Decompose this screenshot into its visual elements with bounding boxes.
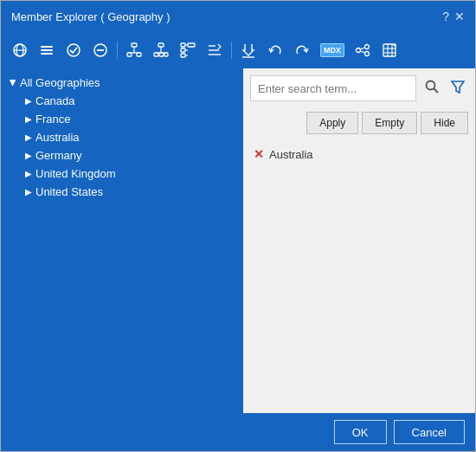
svg-point-32 — [357, 48, 361, 53]
tree-item-germany[interactable]: ▶ Germany — [1, 146, 243, 165]
canada-arrow-icon: ▶ — [25, 96, 32, 106]
tree-item-label-france: France — [35, 113, 70, 126]
svg-point-6 — [68, 44, 80, 56]
hide-button[interactable]: Hide — [421, 112, 468, 134]
undo-icon — [267, 42, 283, 58]
member-explorer-window: Member Explorer ( Geography ) ? ✕ — [0, 0, 476, 452]
toolbar-sep2 — [231, 42, 232, 59]
svg-rect-9 — [132, 43, 137, 47]
hierarchy3-toolbar-btn[interactable] — [176, 38, 200, 62]
title-bar-icons: ? ✕ — [442, 10, 465, 23]
search-magnifier-icon — [424, 79, 440, 94]
tree-item-france[interactable]: ▶ France — [1, 110, 243, 128]
svg-line-45 — [434, 89, 439, 94]
svg-rect-22 — [181, 48, 185, 52]
undo-toolbar-btn[interactable] — [263, 38, 287, 62]
svg-rect-3 — [41, 46, 53, 48]
right-panel: Apply Empty Hide ✕ Australia — [243, 68, 475, 413]
germany-arrow-icon: ▶ — [25, 151, 32, 160]
download-icon — [241, 42, 256, 58]
remove-filter-icon[interactable]: ✕ — [254, 147, 264, 161]
check-toolbar-icon — [66, 42, 81, 58]
search-bar — [243, 68, 475, 108]
filter-result-label: Australia — [269, 148, 313, 161]
filter-result-item: ✕ Australia — [250, 145, 468, 164]
mdx-badge: MDX — [320, 43, 344, 57]
svg-rect-4 — [41, 49, 53, 51]
exclude-toolbar-btn[interactable] — [88, 38, 113, 62]
svg-rect-5 — [41, 53, 53, 55]
exclude-toolbar-icon — [93, 42, 108, 58]
filter-results: ✕ Australia — [243, 138, 475, 413]
svg-marker-46 — [452, 81, 464, 93]
main-content: ▶ All Geographies ▶ Canada ▶ France ▶ Au… — [1, 68, 475, 413]
hierarchy2-icon — [153, 42, 169, 58]
search-button[interactable] — [421, 76, 442, 100]
svg-point-34 — [365, 52, 370, 56]
help-icon[interactable]: ? — [442, 10, 449, 23]
tree-item-label-canada: Canada — [35, 94, 75, 107]
tree-item-label-uk: United Kingdom — [35, 167, 116, 180]
australia-arrow-icon: ▶ — [25, 132, 32, 142]
ok-button[interactable]: OK — [334, 420, 387, 444]
sort-toolbar-btn[interactable] — [203, 38, 227, 62]
sort-icon — [207, 42, 222, 58]
hierarchy2-toolbar-btn[interactable] — [149, 38, 173, 62]
france-arrow-icon: ▶ — [25, 114, 32, 124]
tree-item-us[interactable]: ▶ United States — [1, 183, 243, 201]
list-toolbar-btn[interactable] — [35, 38, 59, 62]
window-title: Member Explorer ( Geography ) — [11, 10, 170, 23]
redo-toolbar-btn[interactable] — [290, 38, 314, 62]
tree-item-label-australia: Australia — [35, 131, 80, 144]
svg-point-33 — [365, 45, 370, 49]
tree-item-uk[interactable]: ▶ United Kingdom — [1, 165, 243, 183]
tree-root-item[interactable]: ▶ All Geographies — [1, 74, 243, 92]
footer: OK Cancel — [1, 413, 475, 451]
list-toolbar-icon — [39, 42, 55, 58]
filter-funnel-icon — [450, 79, 466, 94]
cancel-button[interactable]: Cancel — [394, 420, 465, 444]
mdx-toolbar-btn[interactable]: MDX — [317, 38, 348, 62]
search-input[interactable] — [250, 75, 416, 101]
check-toolbar-btn[interactable] — [61, 38, 86, 62]
redo-icon — [294, 42, 310, 58]
grid-icon — [382, 42, 397, 58]
close-icon[interactable]: ✕ — [454, 10, 465, 23]
svg-rect-21 — [181, 43, 185, 47]
root-arrow-icon: ▶ — [9, 80, 18, 87]
hierarchy3-icon — [180, 42, 196, 58]
empty-button[interactable]: Empty — [362, 112, 417, 134]
hierarchy1-toolbar-btn[interactable] — [122, 38, 146, 62]
svg-rect-24 — [188, 43, 195, 47]
tree-item-australia[interactable]: ▶ Australia — [1, 128, 243, 146]
circle-toolbar-icon — [12, 42, 28, 58]
tree-item-label-germany: Germany — [35, 149, 81, 162]
svg-rect-14 — [158, 43, 164, 47]
toolbar: MDX — [1, 32, 475, 68]
connection-toolbar-btn[interactable] — [351, 38, 375, 62]
svg-rect-37 — [383, 44, 396, 56]
tree-root-label: All Geographies — [20, 76, 100, 89]
svg-rect-23 — [181, 54, 185, 57]
action-buttons: Apply Empty Hide — [243, 108, 475, 138]
apply-button[interactable]: Apply — [306, 112, 358, 134]
toolbar-sep1 — [117, 42, 118, 59]
tree-item-label-us: United States — [35, 185, 103, 198]
tree-panel: ▶ All Geographies ▶ Canada ▶ France ▶ Au… — [1, 68, 243, 413]
tree-item-canada[interactable]: ▶ Canada — [1, 92, 243, 110]
circle-toolbar-btn[interactable] — [8, 38, 32, 62]
title-bar: Member Explorer ( Geography ) ? ✕ — [1, 1, 475, 32]
hierarchy1-icon — [126, 42, 142, 58]
download-toolbar-btn[interactable] — [236, 38, 261, 62]
filter-button[interactable] — [447, 76, 468, 100]
svg-line-35 — [361, 48, 365, 49]
uk-arrow-icon: ▶ — [25, 169, 32, 178]
us-arrow-icon: ▶ — [25, 187, 32, 197]
svg-point-44 — [427, 81, 435, 90]
connection-icon — [355, 42, 370, 58]
grid-toolbar-btn[interactable] — [377, 38, 402, 62]
svg-line-36 — [361, 51, 365, 53]
